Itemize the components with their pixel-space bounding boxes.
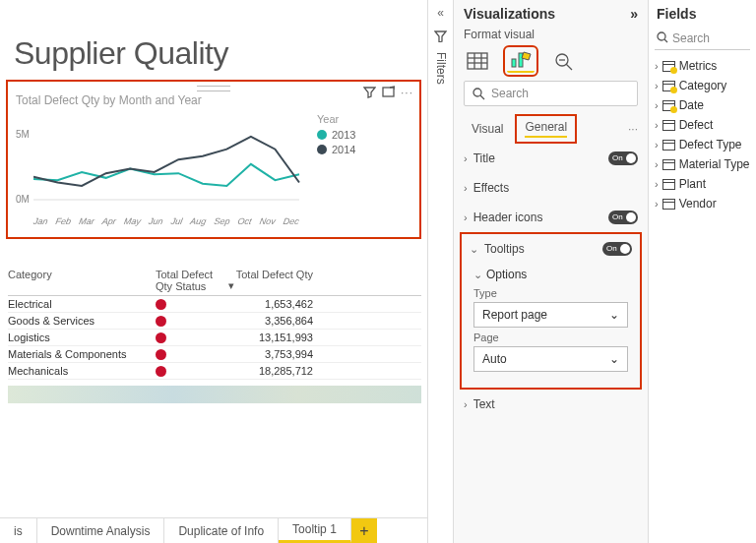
field-item[interactable]: › Category: [649, 76, 756, 95]
legend-item[interactable]: 2014: [317, 144, 355, 155]
collapse-icon[interactable]: «: [437, 6, 444, 20]
y-tick: 5M: [16, 129, 30, 140]
x-tick: Nov: [259, 216, 277, 226]
table-icon: [662, 120, 675, 131]
build-visual-icon[interactable]: [464, 49, 491, 73]
table-row[interactable]: Logistics 13,151,993: [8, 330, 421, 346]
chevron-right-icon: ›: [655, 139, 659, 151]
field-item[interactable]: › Date: [649, 95, 756, 115]
data-table[interactable]: Category Total Defect Qty Status▾ Total …: [8, 269, 421, 380]
field-item[interactable]: › Material Type: [649, 154, 756, 174]
type-label: Type: [473, 287, 628, 299]
filter-icon[interactable]: [434, 30, 447, 42]
search-placeholder: Search: [491, 87, 529, 100]
field-label: Material Type: [679, 157, 750, 171]
x-tick: Oct: [237, 216, 253, 226]
table-row[interactable]: Goods & Services 3,356,864: [8, 313, 421, 330]
cell-category: Logistics: [8, 332, 156, 343]
fields-search-input[interactable]: Search: [655, 28, 750, 50]
tab-visual[interactable]: Visual: [464, 118, 511, 140]
field-label: Defect Type: [679, 138, 742, 151]
toggle-on[interactable]: On: [608, 151, 638, 165]
filters-label: Filters: [434, 52, 448, 85]
toggle-on[interactable]: On: [608, 211, 638, 224]
format-visual-icon[interactable]: [507, 49, 535, 73]
panel-subtitle: Format visual: [454, 28, 648, 45]
legend-item[interactable]: 2013: [317, 129, 355, 141]
legend-title: Year: [317, 113, 355, 125]
table-icon: [662, 61, 675, 72]
col-header[interactable]: Category: [8, 269, 156, 292]
page-select[interactable]: Auto⌄: [473, 346, 628, 372]
chevron-right-icon: ›: [655, 198, 659, 210]
tab-general[interactable]: General: [515, 114, 577, 144]
card-header-icons[interactable]: ›Header iconsOn: [454, 203, 648, 232]
chevron-down-icon: ⌄: [470, 243, 478, 256]
x-tick: Jul: [170, 216, 183, 226]
more-icon[interactable]: ···: [628, 122, 638, 136]
col-header[interactable]: Total Defect Qty Status: [156, 269, 226, 292]
chevron-right-icon: ›: [655, 99, 659, 111]
toggle-on[interactable]: On: [602, 242, 632, 256]
x-tick: Feb: [55, 216, 72, 226]
svg-rect-7: [512, 59, 516, 67]
chevron-right-icon: ›: [464, 182, 468, 194]
table-row[interactable]: Materials & Components 3,753,994: [8, 346, 421, 363]
svg-line-13: [480, 95, 484, 99]
analytics-icon[interactable]: [550, 49, 578, 73]
card-effects[interactable]: ›Effects: [454, 173, 648, 203]
page-tab[interactable]: Duplicate of Info: [164, 518, 279, 543]
chart-visual[interactable]: ··· Total Defect Qty by Month and Year 5…: [6, 80, 421, 239]
field-item[interactable]: › Metrics: [649, 56, 756, 76]
panel-title: Visualizations: [464, 6, 555, 22]
tooltips-header[interactable]: ⌄TooltipsOn: [462, 236, 640, 262]
options-header[interactable]: Options: [486, 268, 527, 281]
table-row[interactable]: Electrical 1,653,462: [8, 296, 421, 313]
legend-label: 2013: [332, 129, 355, 141]
x-tick: Mar: [78, 216, 94, 226]
focus-mode-icon[interactable]: [382, 86, 395, 98]
card-title[interactable]: ›TitleOn: [454, 144, 648, 173]
cell-qty: 3,753,994: [234, 348, 313, 360]
x-tick: Dec: [283, 216, 300, 226]
field-label: Vendor: [679, 197, 717, 211]
x-tick: Apr: [101, 216, 117, 226]
field-item[interactable]: › Defect Type: [649, 135, 756, 154]
status-dot-icon: [156, 349, 166, 360]
fields-title: Fields: [649, 0, 756, 28]
svg-line-15: [664, 39, 667, 42]
field-label: Plant: [679, 177, 706, 191]
chevron-right-icon: ›: [464, 152, 468, 164]
type-select[interactable]: Report page⌄: [473, 302, 628, 328]
chart-plot[interactable]: 5M 0M JanFebMarAprMayJunJulAugSepOctNovD…: [16, 113, 301, 231]
filter-icon[interactable]: [363, 86, 376, 98]
report-title: Supplier Quality: [14, 35, 427, 72]
card-text[interactable]: ›Text: [454, 390, 648, 419]
search-icon: [657, 31, 668, 43]
expand-icon[interactable]: »: [630, 6, 638, 22]
format-search-input[interactable]: Search: [464, 81, 638, 106]
filters-rail[interactable]: « Filters: [427, 0, 453, 543]
table-row[interactable]: Mechanicals 18,285,712: [8, 363, 421, 380]
more-icon[interactable]: ···: [401, 86, 413, 99]
drag-handle-icon[interactable]: [197, 86, 230, 91]
cell-category: Goods & Services: [8, 315, 156, 327]
table-icon: [662, 81, 675, 91]
fields-panel: Fields Search › Metrics › Category › Dat…: [648, 0, 756, 543]
field-item[interactable]: › Defect: [649, 115, 756, 135]
legend-label: 2014: [332, 144, 355, 155]
field-item[interactable]: › Plant: [649, 174, 756, 194]
table-icon: [662, 140, 675, 151]
col-header[interactable]: Total Defect Qty: [234, 269, 313, 292]
page-tab[interactable]: Tooltip 1: [279, 518, 351, 543]
field-item[interactable]: › Vendor: [649, 194, 756, 213]
card-tooltips: ⌄TooltipsOn ⌄Options Type Report page⌄ P…: [460, 232, 642, 390]
page-tab[interactable]: is: [0, 518, 37, 543]
map-visual[interactable]: [8, 386, 421, 403]
svg-rect-0: [383, 88, 394, 96]
add-page-button[interactable]: +: [351, 518, 377, 543]
field-label: Metrics: [679, 59, 718, 73]
page-tab[interactable]: Downtime Analysis: [37, 518, 165, 543]
cell-qty: 3,356,864: [234, 315, 313, 327]
x-tick: May: [123, 216, 142, 226]
